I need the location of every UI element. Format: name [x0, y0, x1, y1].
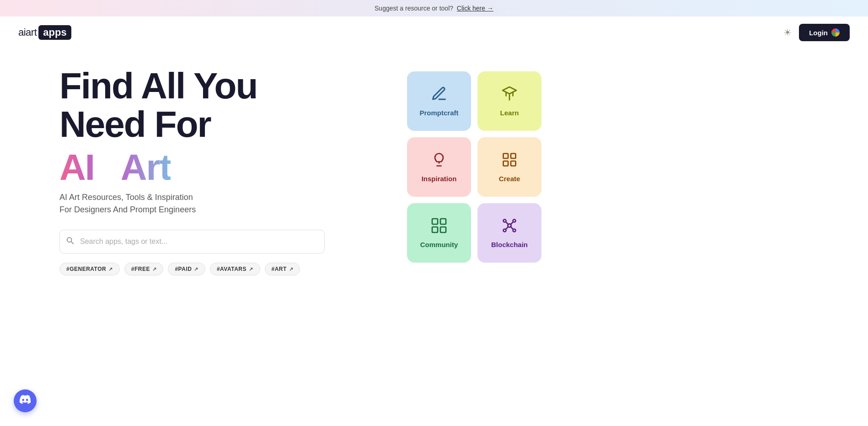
tags-row: #GENERATOR↗#FREE↗#PAID↗#AVATARS↗#ART↗ [59, 263, 380, 275]
banner-link[interactable]: Click here → [457, 5, 493, 12]
google-icon [831, 28, 840, 37]
discord-icon [19, 395, 31, 407]
svg-rect-4 [511, 154, 516, 159]
art-text: Art [121, 147, 171, 188]
promptcraft-icon [431, 86, 447, 104]
svg-rect-5 [504, 161, 509, 166]
logo-aiart: aiart [18, 27, 37, 38]
login-button[interactable]: Login [799, 24, 850, 41]
tag-button[interactable]: #AVATARS↗ [210, 263, 260, 275]
tag-label: #PAID [175, 266, 192, 272]
svg-line-1 [71, 242, 73, 244]
blockchain-label: Blockchain [491, 241, 528, 248]
tag-label: #GENERATOR [66, 266, 106, 272]
search-wrap [59, 230, 380, 253]
logo[interactable]: aiart apps [18, 25, 71, 40]
card-learn[interactable]: Learn [477, 71, 541, 131]
discord-button[interactable] [14, 389, 37, 412]
hero-desc-line1: AI Art Resources, Tools & Inspiration [59, 193, 193, 202]
card-promptcraft[interactable]: Promptcraft [407, 71, 471, 131]
hero-desc-line2: For Designers And Prompt Engineers [59, 205, 196, 214]
tag-arrow: ↗ [108, 266, 113, 272]
svg-rect-7 [432, 219, 438, 224]
hero-line1: Find All You [59, 65, 257, 106]
category-grid: Promptcraft Learn Inspiration Create Com… [407, 71, 541, 263]
svg-line-19 [510, 226, 513, 229]
login-label: Login [809, 29, 828, 37]
tag-label: #FREE [131, 266, 150, 272]
banner-text: Suggest a resource or tool? [375, 5, 453, 12]
left-content: Find All You Need For AI Art AI Art Reso… [59, 67, 380, 275]
svg-rect-10 [440, 227, 446, 232]
tag-button[interactable]: #ART↗ [265, 263, 300, 275]
tag-button[interactable]: #PAID↗ [168, 263, 205, 275]
card-create[interactable]: Create [477, 137, 541, 197]
blockchain-icon [501, 217, 518, 236]
create-label: Create [499, 175, 520, 183]
tag-arrow: ↗ [194, 266, 198, 272]
svg-point-0 [67, 237, 72, 242]
theme-toggle-button[interactable]: ☀ [783, 27, 792, 38]
header: aiart apps ☀ Login [0, 16, 868, 49]
top-banner: Suggest a resource or tool? Click here → [0, 0, 868, 16]
header-right: ☀ Login [783, 24, 850, 41]
svg-rect-6 [511, 161, 516, 166]
tag-button[interactable]: #GENERATOR↗ [59, 263, 120, 275]
logo-apps: apps [38, 25, 71, 40]
svg-rect-8 [440, 219, 446, 224]
hero-title: Find All You Need For [59, 67, 380, 144]
inspiration-label: Inspiration [422, 175, 457, 183]
sun-icon: ☀ [783, 27, 792, 38]
tag-label: #ART [272, 266, 287, 272]
card-inspiration[interactable]: Inspiration [407, 137, 471, 197]
hero-description: AI Art Resources, Tools & Inspiration Fo… [59, 191, 380, 216]
community-icon [431, 217, 447, 236]
tag-arrow: ↗ [289, 266, 294, 272]
svg-line-17 [510, 222, 513, 225]
tag-button[interactable]: #FREE↗ [124, 263, 164, 275]
create-icon [501, 151, 518, 170]
hero-line2: Need For [59, 104, 211, 145]
community-label: Community [420, 241, 458, 248]
search-icon [66, 237, 74, 247]
card-blockchain[interactable]: Blockchain [477, 203, 541, 263]
card-community[interactable]: Community [407, 203, 471, 263]
ai-text: AI [59, 147, 94, 188]
svg-line-16 [506, 222, 509, 225]
learn-icon [501, 86, 518, 104]
promptcraft-label: Promptcraft [419, 109, 458, 117]
inspiration-icon [431, 151, 447, 170]
svg-rect-9 [432, 227, 438, 232]
svg-line-18 [506, 226, 509, 229]
tag-label: #AVATARS [217, 266, 246, 272]
learn-label: Learn [500, 109, 519, 117]
search-input[interactable] [59, 230, 325, 253]
tag-arrow: ↗ [152, 266, 157, 272]
main-content: Find All You Need For AI Art AI Art Reso… [0, 49, 868, 285]
svg-rect-3 [504, 154, 509, 159]
tag-arrow: ↗ [249, 266, 253, 272]
hero-subtitle: AI Art [59, 148, 380, 187]
